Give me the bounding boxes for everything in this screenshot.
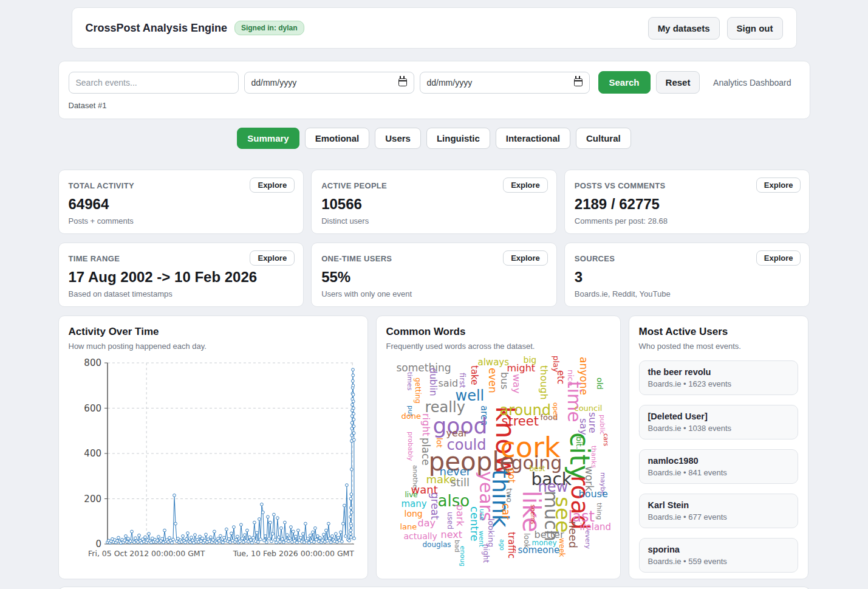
user-meta: Boards.ie • 841 events: [648, 468, 789, 477]
wordcloud-word: really: [425, 400, 465, 415]
dataset-label: Dataset #1: [69, 101, 800, 110]
date-from-placeholder: dd/mm/yyyy: [251, 78, 297, 88]
tab-cultural[interactable]: Cultural: [576, 128, 631, 149]
stat-card-one-time-users: ONE-TIME USERSExplore55%Users with only …: [311, 243, 557, 307]
users-title: Most Active Users: [639, 326, 798, 338]
wordcloud-word: first: [459, 373, 466, 388]
wordcloud-word: enough: [459, 546, 466, 566]
stat-caption: Boards.ie, Reddit, YouTube: [575, 289, 800, 298]
user-list-item: sporinaBoards.ie • 559 events: [639, 538, 798, 573]
my-datasets-button[interactable]: My datasets: [648, 17, 720, 40]
wordcloud-word: thanks: [590, 446, 597, 468]
wordcloud-word: used: [446, 512, 454, 529]
wordcloud-word: use: [479, 509, 485, 520]
calendar-icon[interactable]: [574, 78, 583, 86]
search-button[interactable]: Search: [598, 71, 651, 94]
wordcloud-word: ago: [499, 539, 505, 551]
user-name: Karl Stein: [648, 500, 789, 510]
partial-panel: [58, 587, 810, 589]
wordcloud-title: Common Words: [386, 326, 610, 338]
tab-summary[interactable]: Summary: [237, 128, 299, 149]
filter-row: dd/mm/yyyy dd/mm/yyyy Search Reset Analy…: [69, 71, 800, 94]
wordcloud-word: douglas: [423, 541, 451, 548]
wordcloud-word: someone: [518, 546, 560, 555]
wordcloud-word: next: [441, 530, 462, 540]
analytics-dashboard-label: Analytics Dashboard: [713, 78, 791, 88]
activity-chart-svg: 0200400600800Fri, 05 Oct 2012 00:00:00 G…: [69, 356, 359, 561]
wordcloud-word: long: [405, 509, 423, 518]
wordcloud-word: looking: [487, 518, 495, 547]
wordcloud-word: live: [405, 491, 418, 498]
wordcloud-word: bit.: [575, 436, 583, 449]
tab-linguistic[interactable]: Linguistic: [426, 128, 490, 149]
stat-caption: Users with only one event: [321, 289, 547, 298]
explore-button[interactable]: Explore: [503, 250, 548, 266]
wordcloud-word: park: [455, 505, 465, 526]
wordcloud-panel: Common Words Frequently used words acros…: [376, 315, 621, 579]
chart-subtitle: How much posting happened each day.: [69, 342, 358, 351]
date-to-input[interactable]: dd/mm/yyyy: [420, 72, 590, 94]
wordcloud-word: open: [552, 402, 559, 419]
explore-button[interactable]: Explore: [503, 177, 548, 193]
app-title: CrossPost Analysis Engine: [86, 22, 227, 35]
wordcloud-word: might: [507, 363, 536, 373]
wordcloud-word: night: [482, 544, 490, 563]
user-list-item: [Deleted User]Boards.ie • 1038 events: [639, 405, 798, 439]
svg-text:0: 0: [95, 539, 101, 549]
stat-value: 55%: [321, 269, 547, 286]
wordcloud-word: getting: [414, 377, 422, 404]
explore-button[interactable]: Explore: [250, 250, 295, 266]
stat-value: 2189 / 62775: [575, 196, 800, 213]
wordcloud-word: old: [596, 377, 604, 390]
date-to-placeholder: dd/mm/yyyy: [427, 78, 473, 88]
calendar-icon[interactable]: [398, 78, 407, 86]
explore-button[interactable]: Explore: [756, 177, 801, 193]
wordcloud-word: bus: [499, 372, 509, 390]
app-header: CrossPost Analysis Engine Signed in: dyl…: [72, 7, 797, 49]
wordcloud-word: every: [584, 530, 591, 549]
wordcloud-word: times: [406, 372, 413, 391]
explore-button[interactable]: Explore: [756, 250, 801, 266]
wordcloud-word: done: [402, 412, 421, 420]
stats-grid: TOTAL ACTIVITYExplore64964Posts + commen…: [58, 170, 810, 307]
wordcloud-word: lane: [400, 523, 417, 531]
tab-users[interactable]: Users: [375, 128, 421, 149]
wordcloud-word: take: [470, 365, 479, 385]
stat-card-time-range: TIME RANGEExplore17 Aug 2002 -> 10 Feb 2…: [58, 243, 304, 307]
activity-chart-panel: Activity Over Time How much posting happ…: [58, 315, 368, 579]
filters-panel: dd/mm/yyyy dd/mm/yyyy Search Reset Analy…: [58, 61, 810, 119]
wordcloud-word: traffic: [507, 532, 516, 559]
user-name: sporina: [648, 545, 789, 554]
wordcloud-word: day: [418, 518, 436, 528]
wordcloud-word: public: [599, 415, 606, 435]
reset-button[interactable]: Reset: [656, 71, 700, 94]
svg-text:Fri, 05 Oct 2012 00:00:00 GMT: Fri, 05 Oct 2012 00:00:00 GMT: [87, 549, 205, 558]
stat-value: 10566: [321, 196, 547, 213]
tab-interactional[interactable]: Interactional: [496, 128, 570, 149]
wordcloud-word: even: [487, 368, 497, 393]
chart-title: Activity Over Time: [69, 326, 358, 338]
user-name: [Deleted User]: [648, 412, 789, 421]
stat-caption: Distinct users: [321, 216, 547, 226]
user-list-item: namloc1980Boards.ie • 841 events: [639, 449, 798, 484]
wordcloud-word: still: [451, 477, 470, 488]
wordcloud-word: something: [397, 363, 451, 373]
stat-value: 3: [575, 269, 800, 286]
wordcloud-word: street: [502, 415, 539, 428]
date-from-input[interactable]: dd/mm/yyyy: [244, 72, 414, 94]
wordcloud-word: actually: [404, 532, 437, 540]
search-input[interactable]: [69, 72, 239, 94]
tab-emotional[interactable]: Emotional: [305, 128, 370, 149]
active-users-panel: Most Active Users Who posted the most ev…: [629, 315, 808, 579]
wordcloud-word: thing: [596, 503, 603, 520]
stat-caption: Based on dataset timestamps: [69, 289, 294, 298]
users-subtitle: Who posted the most events.: [639, 342, 798, 351]
explore-button[interactable]: Explore: [250, 177, 295, 193]
wordcloud-word: dublin: [428, 368, 437, 396]
stat-value: 64964: [69, 196, 294, 213]
sign-out-button[interactable]: Sign out: [727, 17, 783, 40]
wordcloud-subtitle: Frequently used words across the dataset…: [386, 342, 610, 351]
wordcloud-word: week: [558, 538, 566, 557]
wordcloud-word: house: [579, 489, 608, 499]
user-list: the beer revoluBoards.ie • 1623 events[D…: [639, 360, 798, 579]
